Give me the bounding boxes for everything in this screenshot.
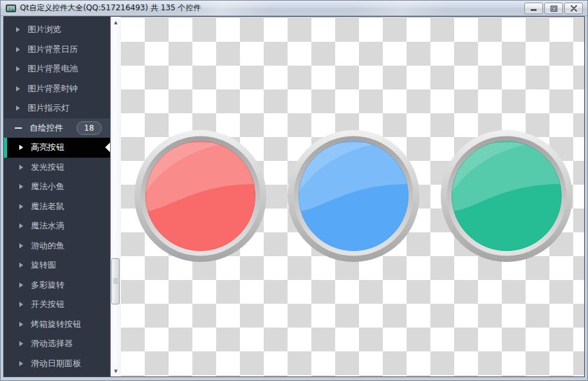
sidebar-item-label: 发光按钮 <box>31 162 64 173</box>
expand-arrow-icon <box>16 106 20 111</box>
sidebar-item-label: 魔法小鱼 <box>31 181 64 192</box>
sidebar-item-glow-button[interactable]: 发光按钮 <box>4 158 110 178</box>
app-window: Qt自定义控件大全(QQ:517216493) 共 135 个控件 <box>0 0 588 381</box>
sidebar-item-label: 滑动选择器 <box>31 338 73 349</box>
sidebar-item-swimming-fish[interactable]: 游动的鱼 <box>4 236 110 256</box>
sidebar-item-slide-date-panel[interactable]: 滑动日期面板 <box>4 354 110 374</box>
sidebar-item-picture-bg-calendar[interactable]: 图片背景日历 <box>4 40 110 60</box>
expand-arrow-icon <box>19 263 23 268</box>
sidebar-item-label: 魔法老鼠 <box>31 201 64 212</box>
highlight-button-green[interactable] <box>441 130 573 262</box>
sidebar-item-label: 魔法水滴 <box>31 220 64 232</box>
sidebar-item-label: 图片浏览 <box>28 24 61 35</box>
highlight-button-blue[interactable] <box>288 130 419 262</box>
sidebar-item-label: 图片背景时钟 <box>28 83 78 95</box>
sidebar-item-oven-knob-button[interactable]: 烤箱旋转按钮 <box>4 315 110 335</box>
sidebar-item-label: 旋转圆 <box>31 259 56 271</box>
expand-arrow-icon <box>19 243 23 248</box>
expand-arrow-icon <box>19 322 23 327</box>
minimize-button[interactable] <box>524 3 543 14</box>
sidebar-item-slide-selector[interactable]: 滑动选择器 <box>4 334 110 354</box>
sidebar-item-label: 滑动日期面板 <box>31 358 81 369</box>
expand-arrow-icon <box>19 204 23 209</box>
sidebar-item-label: 图片背景日历 <box>28 44 78 55</box>
expand-arrow-icon <box>19 165 23 170</box>
sidebar-item-picture-browser[interactable]: 图片浏览 <box>4 20 110 40</box>
expand-arrow-icon <box>19 145 23 150</box>
highlight-button-red[interactable] <box>134 130 266 262</box>
expand-arrow-icon <box>19 184 23 189</box>
sidebar-list: 图片浏览图片背景日历图片背景电池图片背景时钟图片指示灯自绘控件18高亮按钮发光按… <box>4 20 110 373</box>
sidebar-item-label: 自绘控件 <box>30 122 63 134</box>
sidebar-item-label: 游动的鱼 <box>31 240 64 252</box>
sidebar-item-rotating-circle[interactable]: 旋转圆 <box>4 256 110 275</box>
sidebar-item-highlight-button[interactable]: 高亮按钮 <box>4 138 110 158</box>
expand-arrow-icon <box>16 27 20 32</box>
window-controls <box>524 3 583 14</box>
window-title: Qt自定义控件大全(QQ:517216493) 共 135 个控件 <box>20 1 201 15</box>
sidebar-item-picture-bg-battery[interactable]: 图片背景电池 <box>4 59 110 79</box>
preview-area <box>121 17 584 376</box>
sidebar-item-label: 图片指示灯 <box>28 102 69 114</box>
sidebar-item-picture-indicator[interactable]: 图片指示灯 <box>4 98 110 118</box>
scroll-up-arrow-icon[interactable]: ▲ <box>111 17 121 28</box>
sidebar-item-magic-mouse[interactable]: 魔法老鼠 <box>4 197 110 217</box>
sidebar-item-colorful-rotation[interactable]: 多彩旋转 <box>4 275 110 295</box>
close-button[interactable] <box>564 3 583 14</box>
sidebar-item-self-drawn-controls[interactable]: 自绘控件18 <box>4 118 110 138</box>
sidebar-item-label: 烤箱旋转按钮 <box>31 319 81 330</box>
scroll-down-arrow-icon[interactable]: ▼ <box>111 366 121 376</box>
expand-arrow-icon <box>19 341 23 346</box>
expand-arrow-icon <box>19 302 23 307</box>
sidebar-item-label: 开关按钮 <box>31 299 64 310</box>
sidebar: 图片浏览图片背景日历图片背景电池图片背景时钟图片指示灯自绘控件18高亮按钮发光按… <box>4 17 110 376</box>
sidebar-item-label: 高亮按钮 <box>31 142 64 153</box>
scrollbar-thumb[interactable] <box>111 258 120 304</box>
client-area: 图片浏览图片背景日历图片背景电池图片背景时钟图片指示灯自绘控件18高亮按钮发光按… <box>3 16 585 377</box>
title-bar[interactable]: Qt自定义控件大全(QQ:517216493) 共 135 个控件 <box>1 1 587 16</box>
maximize-icon <box>550 5 558 12</box>
expand-arrow-icon <box>16 47 20 52</box>
expand-arrow-icon <box>19 361 23 366</box>
sidebar-item-magic-fish[interactable]: 魔法小鱼 <box>4 177 110 197</box>
sidebar-item-label: 图片背景电池 <box>28 63 78 75</box>
maximize-button[interactable] <box>544 3 563 14</box>
count-badge: 18 <box>77 121 102 135</box>
app-picture-icon <box>6 3 16 14</box>
scrollbar-grip-icon <box>113 279 118 284</box>
minimize-icon <box>530 5 538 12</box>
sidebar-item-label: 多彩旋转 <box>31 279 64 291</box>
close-icon <box>570 5 578 12</box>
sidebar-item-magic-water-drop[interactable]: 魔法水滴 <box>4 216 110 236</box>
sidebar-scrollbar[interactable]: ▲ ▼ <box>110 17 121 376</box>
expand-arrow-icon <box>16 66 20 71</box>
collapse-minus-icon <box>15 127 22 129</box>
sidebar-item-picture-bg-clock[interactable]: 图片背景时钟 <box>4 79 110 99</box>
expand-arrow-icon <box>16 86 20 91</box>
sidebar-item-switch-button[interactable]: 开关按钮 <box>4 295 110 315</box>
expand-arrow-icon <box>19 283 23 288</box>
expand-arrow-icon <box>19 223 23 228</box>
